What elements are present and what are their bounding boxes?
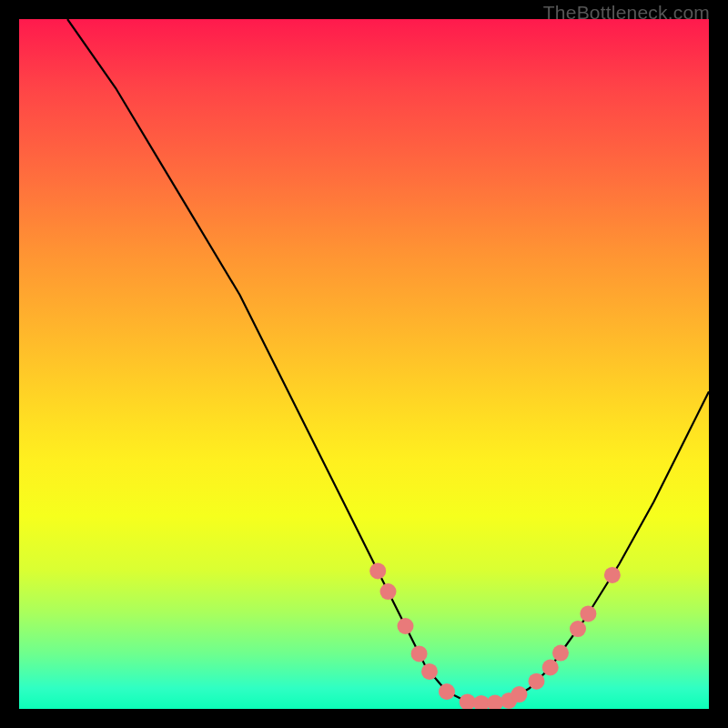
- curve-marker: [529, 673, 545, 690]
- curve-marker: [398, 618, 414, 634]
- curve-line: [67, 19, 709, 704]
- curve-markers: [369, 562, 621, 709]
- curve-marker: [552, 645, 569, 662]
- curve-marker: [542, 660, 559, 676]
- curve-marker: [570, 621, 586, 637]
- curve-marker: [380, 583, 397, 600]
- chart-plot-area: [19, 19, 709, 709]
- curve-marker: [369, 562, 386, 579]
- curve-marker: [411, 645, 428, 662]
- curve-marker: [421, 663, 438, 680]
- curve-marker: [511, 686, 528, 703]
- bottleneck-curve-chart: [19, 19, 709, 709]
- curve-marker: [439, 683, 455, 700]
- curve-marker: [580, 605, 596, 622]
- curve-marker: [460, 693, 476, 709]
- curve-marker: [604, 567, 621, 583]
